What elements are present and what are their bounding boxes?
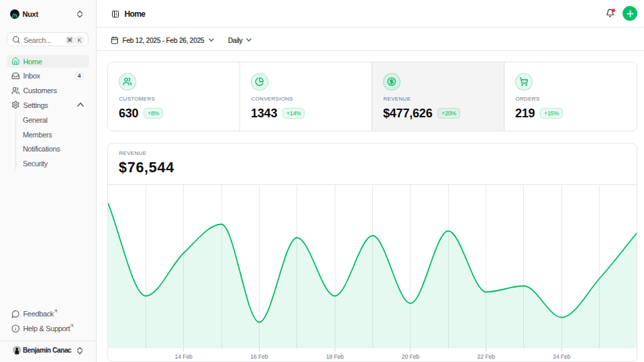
svg-text:24 Feb: 24 Feb <box>553 353 570 360</box>
svg-text:20 Feb: 20 Feb <box>402 353 419 360</box>
svg-text:16 Feb: 16 Feb <box>250 353 268 360</box>
svg-text:22 Feb: 22 Feb <box>478 353 495 360</box>
svg-text:18 Feb: 18 Feb <box>326 353 343 360</box>
svg-text:14 Feb: 14 Feb <box>175 353 193 360</box>
